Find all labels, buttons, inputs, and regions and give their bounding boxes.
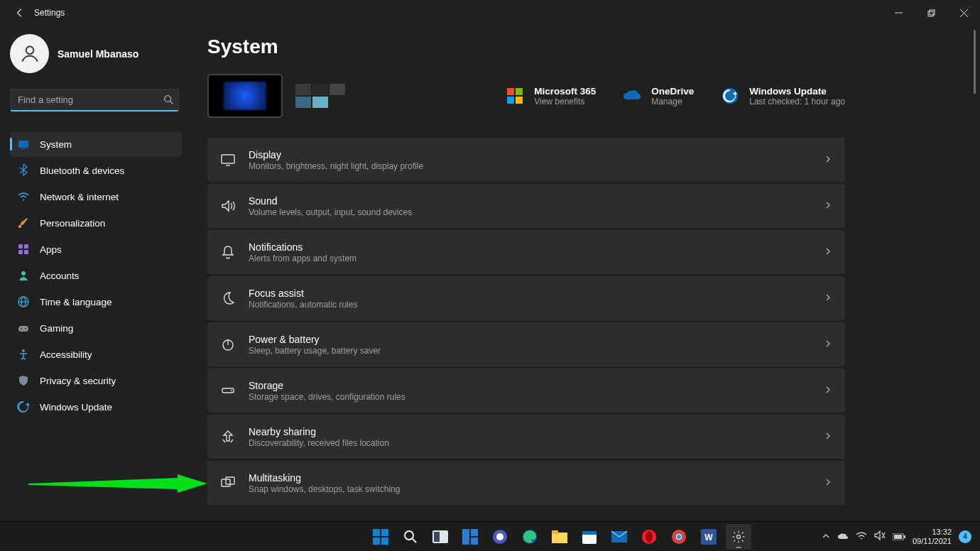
setting-title: Power & battery bbox=[249, 334, 824, 345]
wifi-icon bbox=[17, 190, 30, 203]
svg-point-64 bbox=[737, 535, 741, 538]
setting-sub: Volume levels, output, input, sound devi… bbox=[249, 207, 824, 217]
nav-label: Gaming bbox=[40, 323, 73, 334]
microsoft-365-card[interactable]: Microsoft 365 View benefits bbox=[504, 85, 596, 107]
nav-label: Time & language bbox=[40, 297, 112, 307]
display-icon bbox=[220, 152, 236, 168]
svg-rect-46 bbox=[471, 529, 478, 536]
settings-taskbar-icon[interactable] bbox=[726, 524, 751, 550]
sidebar-item-time-language[interactable]: Time & language bbox=[10, 289, 182, 315]
time: 13:32 bbox=[913, 528, 952, 537]
maximize-button[interactable] bbox=[915, 2, 947, 23]
svg-rect-66 bbox=[894, 535, 902, 539]
sidebar-item-accessibility[interactable]: Accessibility bbox=[10, 342, 182, 367]
setting-sub: Snap windows, desktops, task switching bbox=[249, 484, 824, 494]
svg-rect-12 bbox=[24, 244, 28, 249]
setting-sub: Monitors, brightness, night light, displ… bbox=[249, 161, 824, 171]
chevron-right-icon bbox=[824, 153, 832, 166]
nav-label: Bluetooth & devices bbox=[40, 165, 124, 176]
taskbar: W 13:32 09/11/2021 4 bbox=[0, 521, 980, 551]
setting-sub: Notifications, automatic rules bbox=[249, 300, 824, 310]
volume-tray-icon[interactable] bbox=[874, 530, 886, 543]
nav-label: Personalization bbox=[40, 218, 105, 229]
sound-icon bbox=[220, 198, 236, 214]
svg-point-57 bbox=[646, 531, 653, 542]
power-icon bbox=[220, 337, 236, 352]
svg-rect-51 bbox=[552, 533, 567, 543]
sidebar-item-gaming[interactable]: Gaming bbox=[10, 315, 182, 341]
setting-display[interactable]: DisplayMonitors, brightness, night light… bbox=[207, 138, 845, 182]
setting-title: Sound bbox=[249, 195, 824, 207]
setting-storage[interactable]: StorageStorage space, drives, configurat… bbox=[207, 369, 845, 413]
sidebar-item-windows-update[interactable]: Windows Update bbox=[10, 394, 182, 420]
svg-rect-44 bbox=[434, 532, 440, 542]
search-icon bbox=[163, 94, 173, 107]
setting-power-battery[interactable]: Power & batterySleep, battery usage, bat… bbox=[207, 322, 845, 366]
setting-sound[interactable]: SoundVolume levels, output, input, sound… bbox=[207, 184, 845, 228]
window-title: Settings bbox=[34, 8, 65, 18]
access-icon bbox=[17, 348, 30, 361]
update-icon bbox=[719, 85, 741, 107]
task-view-icon[interactable] bbox=[428, 524, 453, 550]
profile-card[interactable]: Samuel Mbanaso bbox=[10, 34, 182, 73]
sidebar-item-personalization[interactable]: Personalization bbox=[10, 210, 182, 236]
chrome-icon[interactable] bbox=[666, 524, 692, 550]
setting-title: Notifications bbox=[249, 241, 824, 253]
minimize-button[interactable] bbox=[882, 2, 915, 23]
shield-icon bbox=[17, 374, 30, 387]
svg-point-61 bbox=[677, 535, 681, 539]
onedrive-tray-icon[interactable] bbox=[837, 530, 849, 543]
svg-rect-25 bbox=[507, 97, 514, 104]
setting-notifications[interactable]: NotificationsAlerts from apps and system bbox=[207, 230, 845, 274]
nav-label: Network & internet bbox=[40, 192, 119, 202]
system-icon bbox=[17, 138, 30, 151]
chevron-right-icon bbox=[824, 338, 832, 351]
sidebar-item-accounts[interactable]: Accounts bbox=[10, 263, 182, 288]
tray-chevron-icon[interactable] bbox=[822, 530, 830, 543]
word-icon[interactable]: W bbox=[696, 524, 722, 550]
globe-icon bbox=[17, 295, 30, 308]
calendar-icon[interactable] bbox=[577, 524, 602, 550]
svg-rect-52 bbox=[552, 530, 558, 534]
onedrive-icon bbox=[621, 85, 643, 107]
setting-multitasking[interactable]: MultitaskingSnap windows, desktops, task… bbox=[207, 461, 845, 505]
svg-point-20 bbox=[21, 328, 22, 329]
setting-focus-assist[interactable]: Focus assistNotifications, automatic rul… bbox=[207, 276, 845, 320]
battery-tray-icon[interactable] bbox=[893, 530, 905, 543]
sidebar-item-system[interactable]: System bbox=[10, 131, 182, 157]
notification-badge[interactable]: 4 bbox=[959, 530, 971, 543]
sidebar-item-bluetooth-devices[interactable]: Bluetooth & devices bbox=[10, 158, 182, 183]
brush-icon bbox=[17, 217, 30, 229]
svg-rect-47 bbox=[471, 538, 478, 545]
svg-rect-38 bbox=[381, 529, 388, 536]
setting-nearby-sharing[interactable]: Nearby sharingDiscoverability, received … bbox=[207, 415, 845, 459]
onedrive-card[interactable]: OneDrive Manage bbox=[621, 85, 694, 107]
setting-title: Nearby sharing bbox=[249, 426, 824, 437]
start-button[interactable] bbox=[368, 524, 393, 550]
theme-swatches[interactable] bbox=[295, 84, 345, 108]
device-preview[interactable] bbox=[207, 74, 283, 118]
file-explorer-icon[interactable] bbox=[547, 524, 572, 550]
sidebar-item-privacy-security[interactable]: Privacy & security bbox=[10, 368, 182, 393]
back-button[interactable] bbox=[9, 1, 31, 24]
teams-icon[interactable] bbox=[487, 524, 513, 550]
sidebar-item-network-internet[interactable]: Network & internet bbox=[10, 184, 182, 209]
opera-icon[interactable] bbox=[636, 524, 662, 550]
wifi-tray-icon[interactable] bbox=[856, 530, 867, 543]
svg-rect-14 bbox=[24, 250, 28, 254]
mail-icon[interactable] bbox=[606, 524, 632, 550]
clock[interactable]: 13:32 09/11/2021 bbox=[913, 528, 952, 546]
search-input[interactable] bbox=[10, 89, 179, 111]
widgets-icon[interactable] bbox=[457, 524, 483, 550]
content-area: System Microsoft 365 View benefits bbox=[192, 26, 980, 523]
chevron-right-icon bbox=[824, 384, 832, 397]
edge-icon[interactable] bbox=[517, 524, 543, 550]
svg-rect-8 bbox=[18, 141, 28, 148]
svg-point-10 bbox=[18, 225, 21, 228]
close-button[interactable] bbox=[947, 2, 980, 23]
nav-label: System bbox=[40, 139, 72, 150]
search-taskbar-icon[interactable] bbox=[398, 524, 423, 550]
sidebar-item-apps[interactable]: Apps bbox=[10, 236, 182, 262]
scrollbar[interactable] bbox=[974, 30, 976, 94]
windows-update-card[interactable]: Windows Update Last checked: 1 hour ago bbox=[719, 85, 845, 107]
